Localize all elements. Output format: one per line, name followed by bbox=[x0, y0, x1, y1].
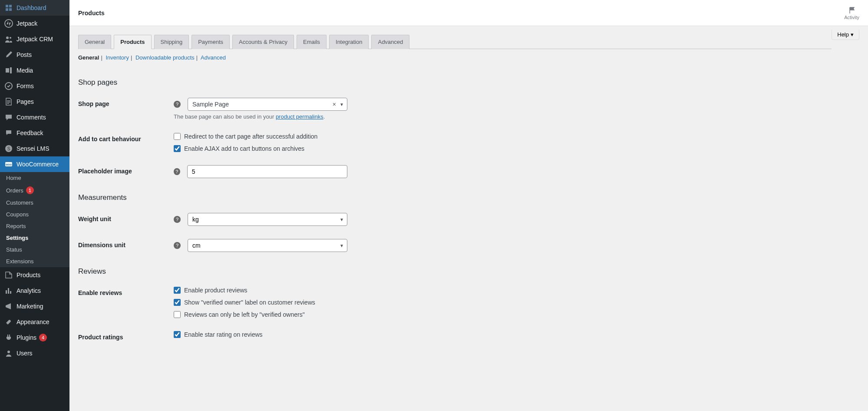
help-icon[interactable]: ? bbox=[174, 168, 180, 175]
enable-reviews-option[interactable]: Enable product reviews bbox=[174, 287, 347, 294]
star-rating-option[interactable]: Enable star rating on reviews bbox=[174, 331, 347, 338]
section-shop-pages: Shop pages bbox=[78, 78, 859, 87]
redirect-cart-option[interactable]: Redirect to the cart page after successf… bbox=[174, 133, 347, 140]
submenu-customers[interactable]: Customers bbox=[0, 197, 69, 209]
shop-page-select[interactable]: Sample Page bbox=[188, 98, 347, 111]
help-icon[interactable]: ? bbox=[174, 101, 181, 108]
subtab-inventory[interactable]: Inventory bbox=[106, 54, 129, 61]
sidebar-jetpack-crm[interactable]: Jetpack CRM bbox=[0, 31, 69, 47]
sidebar-sensei[interactable]: SSensei LMS bbox=[0, 141, 69, 156]
sidebar-plugins[interactable]: Plugins4 bbox=[0, 330, 69, 345]
help-icon[interactable]: ? bbox=[174, 242, 181, 249]
tab-shipping[interactable]: Shipping bbox=[154, 35, 189, 49]
sensei-icon: S bbox=[4, 144, 13, 153]
tab-accounts-privacy[interactable]: Accounts & Privacy bbox=[232, 35, 294, 49]
forms-icon bbox=[4, 82, 13, 90]
product-ratings-label: Product ratings bbox=[78, 334, 123, 341]
products-icon bbox=[4, 271, 13, 279]
svg-text:S: S bbox=[7, 146, 10, 151]
tab-emails[interactable]: Emails bbox=[297, 35, 327, 49]
tab-advanced[interactable]: Advanced bbox=[371, 35, 409, 49]
verified-owner-option[interactable]: Show "verified owner" label on customer … bbox=[174, 299, 347, 306]
sidebar-products[interactable]: Products bbox=[0, 267, 69, 283]
ajax-cart-checkbox[interactable] bbox=[174, 145, 181, 152]
clear-icon[interactable]: × bbox=[333, 101, 336, 108]
flag-icon bbox=[848, 6, 856, 15]
section-reviews: Reviews bbox=[78, 267, 859, 276]
main-content: Products Activity Help▾ General Products… bbox=[69, 0, 868, 411]
feedback-icon bbox=[4, 129, 13, 137]
tab-general[interactable]: General bbox=[78, 35, 111, 49]
subtabs: General| Inventory| Downloadable product… bbox=[78, 54, 859, 61]
tab-integration[interactable]: Integration bbox=[329, 35, 369, 49]
dropdown-icon: ▾ bbox=[851, 31, 854, 38]
sidebar-dashboard[interactable]: Dashboard bbox=[0, 0, 69, 16]
sidebar-marketing[interactable]: Marketing bbox=[0, 298, 69, 314]
weight-select[interactable]: kg bbox=[188, 213, 347, 226]
verified-owner-checkbox[interactable] bbox=[174, 299, 181, 306]
sidebar-media[interactable]: Media bbox=[0, 63, 69, 78]
submenu-orders[interactable]: Orders1 bbox=[0, 184, 69, 197]
star-rating-checkbox[interactable] bbox=[174, 331, 181, 338]
sidebar-pages[interactable]: Pages bbox=[0, 94, 69, 109]
jetpack-icon bbox=[4, 19, 13, 28]
tab-payments[interactable]: Payments bbox=[191, 35, 230, 49]
permalinks-link[interactable]: product permalinks bbox=[276, 113, 323, 120]
placeholder-input[interactable] bbox=[187, 165, 347, 178]
submenu-status[interactable]: Status bbox=[0, 244, 69, 255]
sidebar-users[interactable]: Users bbox=[0, 345, 69, 361]
subtab-downloadable[interactable]: Downloadable products bbox=[135, 54, 195, 61]
sidebar-forms[interactable]: Forms bbox=[0, 78, 69, 94]
cart-behaviour-label: Add to cart behaviour bbox=[78, 136, 141, 143]
verified-only-option[interactable]: Reviews can only be left by "verified ow… bbox=[174, 311, 347, 318]
sidebar-feedback[interactable]: Feedback bbox=[0, 125, 69, 141]
svg-point-1 bbox=[6, 36, 9, 39]
submenu-coupons[interactable]: Coupons bbox=[0, 209, 69, 220]
admin-sidebar: Dashboard Jetpack Jetpack CRM Posts Medi… bbox=[0, 0, 69, 411]
sidebar-woocommerce[interactable]: wooWooCommerce bbox=[0, 156, 69, 172]
plugins-icon bbox=[4, 333, 13, 342]
sidebar-posts[interactable]: Posts bbox=[0, 47, 69, 63]
placeholder-label: Placeholder image bbox=[78, 168, 132, 175]
topbar: Products Activity bbox=[69, 0, 868, 26]
marketing-icon bbox=[4, 302, 13, 311]
submenu-home[interactable]: Home bbox=[0, 172, 69, 184]
help-button[interactable]: Help▾ bbox=[832, 30, 859, 40]
plugins-badge: 4 bbox=[39, 334, 47, 341]
woocommerce-icon: woo bbox=[4, 160, 13, 169]
sidebar-jetpack[interactable]: Jetpack bbox=[0, 16, 69, 31]
help-icon[interactable]: ? bbox=[174, 216, 181, 223]
svg-text:woo: woo bbox=[5, 163, 12, 166]
verified-only-checkbox[interactable] bbox=[174, 311, 181, 318]
dimensions-label: Dimensions unit bbox=[78, 242, 125, 249]
svg-point-8 bbox=[7, 351, 10, 353]
woocommerce-submenu: Home Orders1 Customers Coupons Reports S… bbox=[0, 172, 69, 267]
shop-page-description: The base page can also be used in your p… bbox=[174, 113, 347, 120]
media-icon bbox=[4, 66, 13, 75]
analytics-icon bbox=[4, 286, 13, 295]
redirect-cart-checkbox[interactable] bbox=[174, 133, 181, 140]
submenu-settings[interactable]: Settings bbox=[0, 232, 69, 244]
orders-badge: 1 bbox=[26, 186, 34, 194]
submenu-reports[interactable]: Reports bbox=[0, 220, 69, 232]
enable-reviews-checkbox[interactable] bbox=[174, 287, 181, 294]
shop-page-label: Shop page bbox=[78, 100, 109, 107]
weight-label: Weight unit bbox=[78, 215, 111, 222]
settings-tabs: General Products Shipping Payments Accou… bbox=[78, 35, 832, 49]
subtab-general[interactable]: General bbox=[78, 54, 99, 61]
sidebar-analytics[interactable]: Analytics bbox=[0, 283, 69, 298]
ajax-cart-option[interactable]: Enable AJAX add to cart buttons on archi… bbox=[174, 145, 347, 152]
submenu-extensions[interactable]: Extensions bbox=[0, 255, 69, 267]
dimensions-select[interactable]: cm bbox=[188, 239, 347, 252]
appearance-icon bbox=[4, 318, 13, 326]
svg-point-0 bbox=[5, 20, 13, 27]
activity-button[interactable]: Activity bbox=[844, 6, 859, 20]
sidebar-appearance[interactable]: Appearance bbox=[0, 314, 69, 330]
sidebar-comments[interactable]: Comments bbox=[0, 109, 69, 125]
page-title: Products bbox=[78, 10, 105, 17]
crm-icon bbox=[4, 35, 13, 43]
svg-point-2 bbox=[10, 37, 11, 39]
posts-icon bbox=[4, 50, 13, 59]
subtab-advanced[interactable]: Advanced bbox=[201, 54, 226, 61]
tab-products[interactable]: Products bbox=[114, 35, 151, 49]
